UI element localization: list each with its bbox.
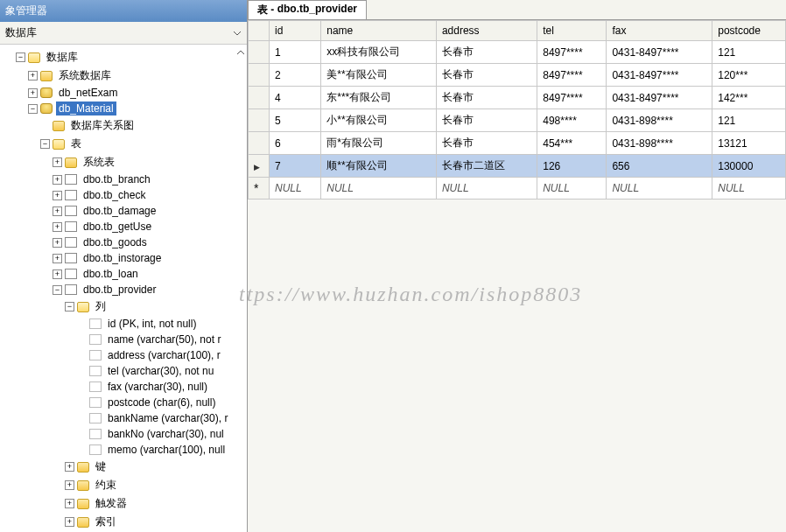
- tree-node-table[interactable]: +dbo.tb_goods: [4, 234, 247, 250]
- cell[interactable]: 8497****: [537, 41, 607, 64]
- table-row[interactable]: 2美**有限公司长春市8497****0431-8497****120***: [249, 64, 786, 87]
- row-header[interactable]: [249, 41, 270, 64]
- tree-scroll[interactable]: − 数据库 + 系统数据库 + db_netExam −: [0, 45, 247, 532]
- cell[interactable]: 454***: [537, 132, 607, 155]
- cell[interactable]: 长春市: [436, 64, 537, 87]
- tree-node-table[interactable]: +dbo.tb_damage: [4, 203, 247, 219]
- cell[interactable]: 长春市二道区: [436, 155, 537, 178]
- tree-node-columns[interactable]: − 列: [4, 298, 247, 316]
- tree-node-databases[interactable]: − 数据库: [4, 48, 247, 66]
- cell[interactable]: 0431-8497****: [607, 41, 712, 64]
- tree-node-db-netexam[interactable]: + db_netExam: [4, 85, 247, 101]
- cell[interactable]: 5: [270, 109, 321, 132]
- toggle-plus-icon[interactable]: +: [53, 191, 62, 200]
- cell[interactable]: 美**有限公司: [321, 64, 437, 87]
- tree-node-column[interactable]: id (PK, int, not null): [4, 316, 247, 332]
- tree-node-table[interactable]: +dbo.tb_branch: [4, 172, 247, 187]
- column-header[interactable]: name: [321, 21, 437, 41]
- tree-node-indexes[interactable]: +索引: [4, 513, 247, 531]
- cell-null[interactable]: NULL: [712, 178, 786, 200]
- tree-node-table[interactable]: +dbo.tb_instorage: [4, 250, 247, 266]
- cell-null[interactable]: NULL: [607, 178, 712, 200]
- toggle-plus-icon[interactable]: +: [53, 222, 62, 232]
- scroll-up-icon[interactable]: [236, 48, 245, 57]
- new-row[interactable]: NULLNULLNULLNULLNULLNULL: [249, 178, 786, 200]
- chevron-down-icon[interactable]: [233, 29, 242, 38]
- cell[interactable]: 130000: [712, 155, 786, 178]
- tree-node-table[interactable]: +dbo.tb_check: [4, 187, 247, 203]
- cell[interactable]: 2: [270, 64, 321, 87]
- cell[interactable]: 121: [712, 109, 786, 132]
- tree-node-sysdb[interactable]: + 系统数据库: [4, 66, 247, 85]
- column-header[interactable]: fax: [607, 21, 712, 41]
- cell[interactable]: xx科技有限公司: [321, 41, 437, 64]
- toggle-plus-icon[interactable]: +: [65, 517, 74, 527]
- row-header[interactable]: [249, 87, 270, 109]
- cell[interactable]: 13121: [712, 132, 786, 155]
- cell[interactable]: 1: [270, 41, 321, 64]
- cell[interactable]: 656: [607, 155, 712, 178]
- tree-node-column[interactable]: fax (varchar(30), null): [4, 379, 247, 395]
- tree-node-triggers[interactable]: +触发器: [4, 494, 247, 513]
- cell[interactable]: 4: [270, 87, 321, 109]
- tab-table[interactable]: 表 - dbo.tb_provider: [248, 0, 367, 19]
- row-header[interactable]: [249, 109, 270, 132]
- tree-node-column[interactable]: bankNo (varchar(30), nul: [4, 426, 247, 442]
- table-row[interactable]: 7顺**有限公司长春市二道区126656130000: [249, 155, 786, 178]
- tree-node-column[interactable]: address (varchar(100), r: [4, 347, 247, 363]
- toggle-plus-icon[interactable]: +: [28, 88, 38, 98]
- toggle-plus-icon[interactable]: +: [28, 71, 38, 80]
- row-header[interactable]: [249, 155, 270, 178]
- cell[interactable]: 498****: [537, 109, 607, 132]
- tree-node-table[interactable]: −dbo.tb_provider: [4, 282, 247, 298]
- column-header[interactable]: id: [270, 21, 321, 41]
- cell[interactable]: 长春市: [436, 132, 537, 155]
- cell[interactable]: 长春市: [436, 109, 537, 132]
- tree-node-tables[interactable]: − 表: [4, 135, 247, 153]
- cell[interactable]: 7: [270, 155, 321, 178]
- row-header[interactable]: [249, 64, 270, 87]
- toggle-plus-icon[interactable]: +: [53, 238, 62, 248]
- tree-node-column[interactable]: tel (varchar(30), not nu: [4, 363, 247, 379]
- table-row[interactable]: 5小**有限公司长春市498****0431-898****121: [249, 109, 786, 132]
- toggle-plus-icon[interactable]: +: [65, 499, 74, 508]
- cell[interactable]: 8497****: [537, 64, 607, 87]
- cell[interactable]: 0431-8497****: [607, 87, 712, 109]
- cell[interactable]: 0431-898****: [607, 109, 712, 132]
- tree-node-diagrams[interactable]: 数据库关系图: [4, 116, 247, 135]
- data-grid[interactable]: idnameaddresstelfaxpostcode 1xx科技有限公司长春市…: [248, 20, 786, 200]
- cell[interactable]: 长春市: [436, 41, 537, 64]
- toggle-plus-icon[interactable]: +: [65, 480, 74, 490]
- cell[interactable]: 顺**有限公司: [321, 155, 437, 178]
- cell-null[interactable]: NULL: [321, 178, 437, 200]
- cell-null[interactable]: NULL: [270, 178, 321, 200]
- toggle-minus-icon[interactable]: −: [28, 104, 38, 114]
- cell[interactable]: 小**有限公司: [321, 109, 437, 132]
- toggle-plus-icon[interactable]: +: [65, 462, 74, 472]
- toggle-minus-icon[interactable]: −: [40, 139, 50, 149]
- row-header[interactable]: [249, 132, 270, 155]
- toggle-plus-icon[interactable]: +: [53, 254, 62, 263]
- toggle-minus-icon[interactable]: −: [16, 52, 25, 62]
- tree-node-column[interactable]: bankName (varchar(30), r: [4, 410, 247, 426]
- toggle-plus-icon[interactable]: +: [53, 206, 62, 216]
- table-row[interactable]: 1xx科技有限公司长春市8497****0431-8497****121: [249, 41, 786, 64]
- column-header[interactable]: address: [436, 21, 537, 41]
- toggle-plus-icon[interactable]: +: [53, 270, 62, 279]
- tree-node-table[interactable]: +dbo.tb_getUse: [4, 219, 247, 234]
- cell[interactable]: 0431-898****: [607, 132, 712, 155]
- table-row[interactable]: 4东***有限公司长春市8497****0431-8497****142***: [249, 87, 786, 109]
- tree-node-table[interactable]: +dbo.tb_loan: [4, 266, 247, 282]
- cell[interactable]: 雨*有限公司: [321, 132, 437, 155]
- row-header-new[interactable]: [249, 178, 270, 200]
- cell[interactable]: 121: [712, 41, 786, 64]
- tree-node-keys[interactable]: +键: [4, 458, 247, 476]
- toggle-minus-icon[interactable]: −: [53, 285, 62, 295]
- cell[interactable]: 6: [270, 132, 321, 155]
- toggle-plus-icon[interactable]: +: [53, 175, 62, 185]
- column-header[interactable]: postcode: [712, 21, 786, 41]
- tree-node-constraints[interactable]: +约束: [4, 476, 247, 494]
- toggle-minus-icon[interactable]: −: [65, 302, 74, 312]
- tree-node-column[interactable]: postcode (char(6), null): [4, 395, 247, 410]
- cell-null[interactable]: NULL: [436, 178, 537, 200]
